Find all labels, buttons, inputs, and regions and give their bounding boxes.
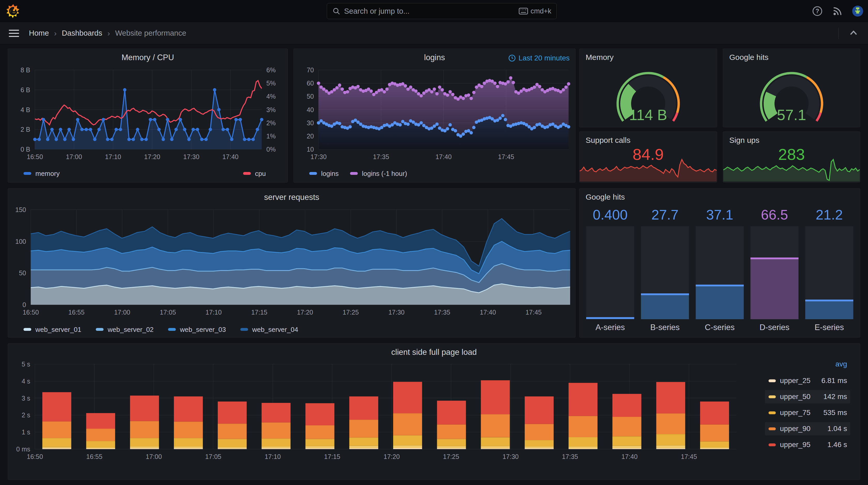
x-tick-label: 17:30 bbox=[388, 309, 405, 316]
menu-hamburger-icon[interactable] bbox=[9, 28, 19, 38]
legend-item[interactable]: web_server_03 bbox=[168, 326, 226, 333]
y-tick-label: 6% bbox=[266, 66, 276, 74]
top-navigation-bar: Search or jump to... cmd+k ? bbox=[0, 0, 868, 22]
legend-row-upper_25[interactable]: upper_256.81 ms bbox=[765, 374, 850, 387]
upper_75-segment bbox=[481, 438, 510, 446]
legend-label: upper_25 bbox=[780, 377, 821, 385]
legend-label: cpu bbox=[255, 170, 266, 177]
y-tick-label: 10 bbox=[307, 146, 314, 153]
legend-value: 142 ms bbox=[823, 392, 847, 401]
legend-row-upper_50[interactable]: upper_50142 ms bbox=[765, 390, 850, 403]
legend-item[interactable]: logins bbox=[309, 170, 339, 177]
bar-label: A-series bbox=[586, 323, 634, 333]
search-input[interactable]: Search or jump to... cmd+k bbox=[327, 3, 557, 19]
legend-item[interactable]: web_server_04 bbox=[240, 326, 298, 333]
bar-track bbox=[750, 226, 799, 319]
legend-value: 535 ms bbox=[823, 409, 847, 417]
bar-gauge-column: 0.400A-series bbox=[586, 206, 634, 333]
y-tick-label: 0 B bbox=[21, 146, 30, 153]
grafana-logo[interactable] bbox=[6, 4, 21, 19]
upper_50-segment bbox=[437, 446, 466, 448]
legend-item[interactable]: web_server_02 bbox=[96, 326, 154, 333]
upper_25-segment bbox=[86, 449, 115, 449]
panel-title[interactable]: Support calls bbox=[580, 136, 717, 144]
panel-title[interactable]: Google hits bbox=[723, 53, 860, 62]
x-tick-label: 17:00 bbox=[146, 453, 162, 460]
panel-title[interactable]: Sign ups bbox=[723, 136, 860, 144]
legend-label: web_server_02 bbox=[107, 326, 154, 333]
x-tick-label: 17:30 bbox=[183, 153, 199, 160]
svg-text:?: ? bbox=[815, 8, 819, 14]
y-tick-label: 0 ms bbox=[16, 446, 30, 453]
legend-item[interactable]: cpu bbox=[243, 170, 266, 177]
upper_50-segment bbox=[305, 446, 334, 448]
chevron-up-icon[interactable] bbox=[848, 27, 859, 39]
x-tick-label: 16:50 bbox=[27, 453, 43, 460]
page-load-legend: avgupper_256.81 msupper_50142 msupper_75… bbox=[765, 360, 850, 451]
y-tick-label: 4% bbox=[266, 93, 276, 100]
rss-news-icon[interactable] bbox=[832, 5, 843, 17]
breadcrumb-dashboards[interactable]: Dashboards bbox=[62, 29, 102, 37]
upper_50-segment bbox=[700, 448, 729, 449]
legend-swatch bbox=[769, 427, 776, 430]
upper_90-segment bbox=[130, 421, 159, 438]
breadcrumb-separator: › bbox=[54, 29, 57, 38]
y-tick-label: 1% bbox=[266, 132, 276, 140]
upper_90-segment bbox=[42, 421, 71, 438]
y-tick-label: 5% bbox=[266, 79, 276, 87]
upper_75-segment bbox=[42, 438, 71, 447]
upper_25-segment bbox=[305, 448, 334, 449]
panel-time-range-link[interactable]: Last 20 minutes bbox=[508, 54, 570, 62]
panel-title[interactable]: Memory / CPU bbox=[8, 53, 287, 62]
legend-label: upper_50 bbox=[780, 392, 823, 401]
y-tick-label: 8 B bbox=[21, 66, 30, 74]
breadcrumb-home[interactable]: Home bbox=[29, 29, 49, 37]
search-icon bbox=[332, 7, 340, 15]
x-tick-label: 17:20 bbox=[144, 153, 160, 160]
y-tick-label: 5 s bbox=[22, 360, 30, 368]
legend-value: 1.04 s bbox=[828, 425, 847, 433]
y-tick-label: 6 B bbox=[21, 86, 30, 94]
stat-value: 84.9 bbox=[580, 145, 717, 163]
x-tick-label: 17:30 bbox=[502, 453, 519, 460]
legend-header-avg: avg bbox=[765, 360, 850, 371]
legend-item[interactable]: logins (-1 hour) bbox=[350, 170, 407, 177]
upper_25-segment bbox=[262, 448, 291, 449]
bar-fill bbox=[750, 257, 799, 319]
divider bbox=[838, 28, 839, 39]
legend-label: web_server_01 bbox=[35, 326, 82, 333]
x-tick-label: 17:10 bbox=[206, 309, 222, 316]
upper_50-segment bbox=[568, 447, 597, 449]
bar-value: 37.1 bbox=[696, 206, 744, 223]
legend-row-upper_90[interactable]: upper_901.04 s bbox=[765, 422, 850, 435]
help-icon[interactable]: ? bbox=[812, 5, 823, 17]
panel-title[interactable]: server requests bbox=[8, 193, 575, 202]
bar-label: D-series bbox=[750, 323, 799, 333]
bar-label: B-series bbox=[641, 323, 689, 333]
y-tick-label: 2 B bbox=[21, 126, 30, 133]
panel-title[interactable]: Google hits bbox=[580, 193, 860, 201]
upper_90-segment bbox=[700, 425, 729, 442]
upper_75-segment bbox=[130, 438, 159, 447]
x-tick-label: 17:00 bbox=[114, 309, 130, 316]
panel-title[interactable]: client side full page load bbox=[8, 348, 860, 357]
x-tick-label: 17:25 bbox=[443, 453, 459, 460]
upper_90-segment bbox=[656, 414, 685, 434]
panel-title[interactable]: Memory bbox=[580, 53, 717, 62]
x-tick-label: 17:40 bbox=[480, 309, 496, 316]
x-tick-label: 17:05 bbox=[160, 309, 176, 316]
upper_75-segment bbox=[218, 439, 247, 447]
upper_90-segment bbox=[613, 417, 642, 437]
bar-track bbox=[805, 226, 853, 319]
upper_75-segment bbox=[613, 437, 642, 446]
legend-item[interactable]: memory bbox=[24, 170, 60, 177]
legend-row-upper_95[interactable]: upper_951.46 s bbox=[765, 438, 850, 451]
legend-item[interactable]: web_server_01 bbox=[24, 326, 82, 333]
y-tick-label: 3% bbox=[266, 106, 276, 114]
user-avatar[interactable] bbox=[852, 5, 863, 17]
upper_90-segment bbox=[393, 413, 422, 435]
bar-fill-edge bbox=[750, 257, 799, 259]
legend-row-upper_75[interactable]: upper_75535 ms bbox=[765, 406, 850, 419]
upper_95-segment bbox=[437, 400, 466, 424]
bar-value: 21.2 bbox=[805, 206, 853, 223]
